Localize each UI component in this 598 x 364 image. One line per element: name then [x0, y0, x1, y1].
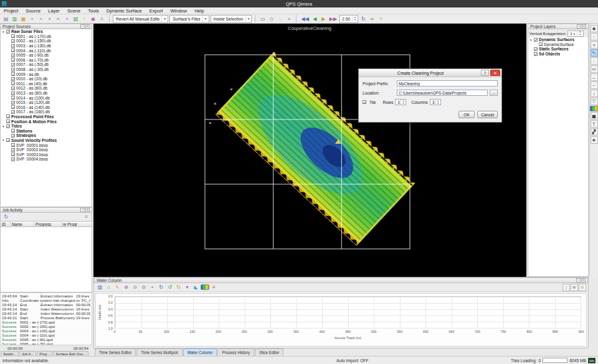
- undo-icon[interactable]: ↺: [166, 283, 174, 291]
- close-icon[interactable]: ✕: [490, 70, 500, 76]
- properties-icon[interactable]: ≡: [98, 15, 106, 23]
- refresh-jobs-icon[interactable]: ↻: [2, 213, 10, 221]
- tree-item[interactable]: 0010 - as (20).db: [1, 77, 92, 82]
- column-header-id[interactable]: ID: [1, 222, 11, 226]
- selection-mode-dropdown[interactable]: Inside Selection▼: [211, 15, 252, 23]
- select-cursor-icon[interactable]: ↖: [113, 283, 121, 291]
- tile-checkbox[interactable]: [363, 100, 366, 104]
- checkbox[interactable]: [6, 138, 10, 142]
- float-panel-icon[interactable]: [80, 24, 85, 29]
- tab-water-column[interactable]: Water Column: [183, 348, 217, 356]
- left-tab[interactable]: Surface Edit Ove...: [53, 351, 88, 356]
- spinner-arrows-icon[interactable]: ▲▼: [352, 16, 357, 22]
- zoom-out-icon[interactable]: ⊖: [579, 284, 586, 291]
- left-tab[interactable]: Prop...: [37, 351, 52, 356]
- screenshot-icon[interactable]: ◉: [89, 15, 97, 23]
- menu-window[interactable]: Window: [166, 7, 191, 14]
- tree-item[interactable]: Static Surfaces: [528, 47, 588, 52]
- water-column-plot[interactable]: [115, 296, 581, 329]
- sync-icon[interactable]: ↻: [359, 15, 368, 23]
- tab-slice-editor[interactable]: Slice Editor: [255, 348, 283, 356]
- checkbox[interactable]: [11, 134, 15, 138]
- revert-dropdown[interactable]: Revert All Manual Edits▼: [113, 15, 168, 23]
- display-options-icon[interactable]: ≡: [210, 283, 218, 291]
- tree-item[interactable]: 0008 - as (-30).db: [1, 67, 92, 72]
- cancel-button[interactable]: Cancel: [477, 111, 498, 118]
- scene-viewport[interactable]: CooperativeCleaning: [93, 24, 526, 277]
- location-input[interactable]: C:\Users\beaudoin\QPS-Data\Projects: [397, 90, 488, 96]
- refresh-view-icon[interactable]: ↻: [157, 283, 165, 291]
- vertical-exaggeration-spinbox[interactable]: 1 x▲▼: [567, 30, 584, 37]
- home-view-icon[interactable]: ⌂: [105, 283, 113, 291]
- close-panel-icon[interactable]: [581, 278, 586, 282]
- dialog-titlebar[interactable]: Create Cleaning Project ? ✕: [359, 69, 501, 77]
- menu-project[interactable]: Project: [0, 7, 22, 14]
- beam-display-icon[interactable]: ▾: [183, 283, 191, 291]
- left-tab[interactable]: Swath...: [1, 351, 19, 356]
- checkbox[interactable]: [11, 58, 15, 62]
- select-rectangle-icon[interactable]: ▭: [259, 15, 267, 23]
- job-options-icon[interactable]: ≡: [82, 213, 90, 221]
- add-processed-points-icon[interactable]: +: [37, 15, 45, 23]
- new-project-icon[interactable]: ▤: [2, 15, 10, 23]
- colormap-icon[interactable]: [201, 284, 209, 290]
- tree-item[interactable]: 0017 - as (160).db: [1, 110, 92, 114]
- tab-time-series-multiplot[interactable]: Time Series Multiplot: [136, 348, 182, 356]
- 3d-scene[interactable]: CooperativeCleaning: [93, 24, 526, 277]
- go-prev-icon[interactable]: ◀: [311, 15, 319, 23]
- annotate-icon[interactable]: T: [591, 120, 598, 128]
- tree-item[interactable]: 0013 - as (80).db: [1, 91, 92, 96]
- go-first-icon[interactable]: ◀◀: [300, 15, 310, 23]
- fit-vertical-icon[interactable]: ↕: [562, 284, 570, 291]
- checkbox[interactable]: [6, 119, 10, 123]
- deselect-icon[interactable]: ×: [285, 15, 293, 23]
- select-lasso-icon[interactable]: ◌: [276, 15, 284, 23]
- close-panel-icon[interactable]: [582, 24, 586, 29]
- checkbox[interactable]: [11, 143, 15, 147]
- checkbox[interactable]: [11, 101, 15, 105]
- tree-item[interactable]: SVP_00004.bsvp: [1, 157, 92, 162]
- spinner-arrows-icon[interactable]: ▲▼: [435, 100, 440, 105]
- tree-item[interactable]: 0012 - as (60).db: [1, 86, 92, 91]
- pan-icon[interactable]: +: [148, 283, 156, 291]
- colormap-icon[interactable]: [590, 106, 598, 111]
- checkbox[interactable]: [11, 91, 15, 95]
- tree-item[interactable]: 0005 - as (-90).db: [1, 53, 92, 58]
- tree-item[interactable]: 0007 - as (-50).db: [1, 62, 92, 67]
- rows-spinbox[interactable]: 3▲▼: [395, 99, 406, 105]
- checkbox[interactable]: [11, 39, 15, 43]
- zoom-out-icon[interactable]: ⊖: [131, 283, 139, 291]
- slice-icon[interactable]: ▞: [591, 128, 598, 136]
- checkbox[interactable]: [534, 52, 538, 56]
- select-arrow-icon[interactable]: ↖: [591, 49, 598, 57]
- create-surface-icon[interactable]: ▨: [72, 15, 80, 23]
- close-panel-icon[interactable]: [85, 208, 90, 212]
- tree-item[interactable]: ▾Dynamic Surfaces: [528, 37, 588, 42]
- tree-item[interactable]: Position & Motion Files: [1, 119, 92, 124]
- zoom-in-icon[interactable]: ⊕: [571, 284, 578, 291]
- tree-item[interactable]: 0016 - as (140).db: [1, 105, 92, 110]
- add-raw-sonar-icon[interactable]: +: [28, 15, 36, 23]
- measure-icon[interactable]: ↔: [591, 73, 598, 81]
- column-header-name[interactable]: Name: [11, 222, 34, 226]
- spinner-arrows-icon[interactable]: ▲▼: [577, 30, 582, 36]
- float-panel-icon[interactable]: [576, 278, 581, 282]
- checkbox[interactable]: [11, 152, 15, 156]
- help-icon[interactable]: ?: [377, 15, 385, 23]
- help-button[interactable]: ?: [481, 70, 489, 76]
- tree-item[interactable]: 0014 - as (100).db: [1, 95, 92, 100]
- tree-item[interactable]: Sd Objects: [528, 52, 588, 57]
- checkbox[interactable]: [11, 86, 15, 90]
- column-header-core-progress[interactable]: re Progr: [62, 222, 92, 226]
- go-last-icon[interactable]: ▶▶: [328, 15, 338, 23]
- filter-icon[interactable]: ▽: [591, 98, 598, 105]
- link-icon[interactable]: ∞: [368, 15, 376, 23]
- checkbox[interactable]: [534, 47, 538, 51]
- checkbox[interactable]: [11, 82, 15, 85]
- tree-item[interactable]: Strategies: [1, 133, 92, 138]
- checkbox[interactable]: [6, 114, 10, 118]
- checkbox[interactable]: [6, 124, 10, 128]
- tree-item[interactable]: 0004 - as (-110).db: [1, 48, 92, 53]
- tree-item[interactable]: 0011 - as (40).db: [1, 82, 92, 86]
- open-project-icon[interactable]: ▥: [11, 15, 19, 23]
